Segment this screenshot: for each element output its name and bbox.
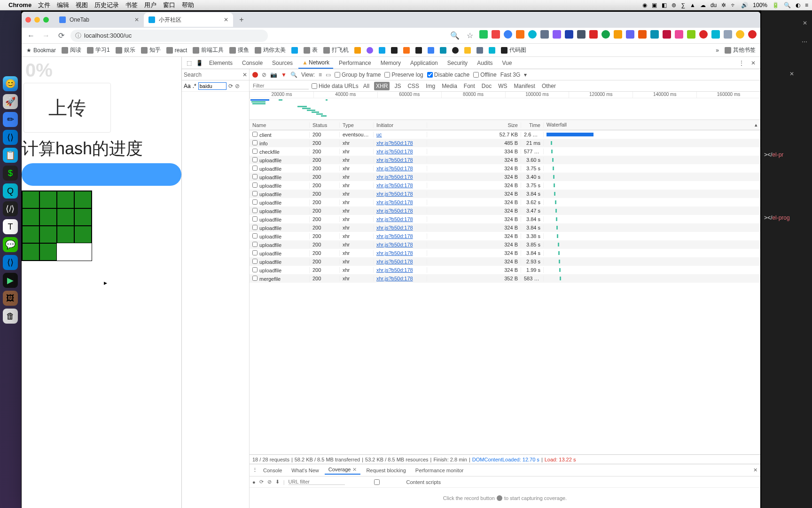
bookmark[interactable] [391, 47, 398, 54]
initiator-link[interactable]: xhr.js?b50d:178 [376, 166, 413, 171]
back-button[interactable]: ← [25, 30, 37, 41]
network-request-row[interactable]: uploadfile200xhrxhr.js?b50d:178324 B3.84… [250, 215, 760, 223]
network-request-row[interactable]: uploadfile200xhrxhr.js?b50d:178324 B3.84… [250, 190, 760, 198]
filter-input[interactable] [252, 82, 309, 89]
ext-icon[interactable] [675, 30, 683, 39]
filter-doc[interactable]: Doc [480, 82, 493, 90]
network-request-row[interactable]: uploadfile200xhrxhr.js?b50d:178324 B1.99… [250, 266, 760, 274]
initiator-link[interactable]: xhr.js?b50d:178 [376, 149, 413, 154]
row-checkbox[interactable] [252, 225, 258, 230]
dock-wechat[interactable]: 💬 [3, 237, 18, 252]
bookmark[interactable] [489, 47, 495, 54]
drawer-tab-request-blocking[interactable]: Request blocking [362, 467, 409, 474]
col-size[interactable]: Size [427, 122, 521, 128]
filter-xhr[interactable]: XHR [374, 82, 390, 90]
menu-window[interactable]: 窗口 [163, 1, 175, 9]
ext-icon[interactable] [540, 30, 549, 39]
inspect-element-icon[interactable]: ⬚ [185, 59, 193, 67]
bookmark[interactable]: 鸡你太美 [255, 46, 286, 54]
ext-icon[interactable] [577, 30, 586, 39]
menu-view[interactable]: 视图 [76, 1, 88, 9]
tab-security[interactable]: Security [444, 58, 471, 68]
disable-cache-checkbox[interactable]: Disable cache [427, 71, 469, 78]
close-drawer-icon[interactable]: ✕ [753, 467, 757, 473]
initiator-link[interactable]: xhr.js?b50d:178 [376, 267, 413, 273]
dock-app[interactable]: T [3, 219, 18, 234]
ext-icon[interactable] [724, 30, 732, 39]
tab-elements[interactable]: Elements [205, 58, 236, 68]
dock-vscode[interactable]: ⟨⟩ [3, 130, 18, 145]
initiator-link[interactable]: xhr.js?b50d:178 [376, 233, 413, 239]
row-checkbox[interactable] [252, 132, 258, 137]
bookmark[interactable] [379, 47, 385, 54]
initiator-link[interactable]: xhr.js?b50d:178 [376, 157, 413, 163]
drawer-tab-whatsnew[interactable]: What's New [288, 467, 322, 474]
bookmark[interactable]: 知乎 [141, 46, 161, 54]
filter-font[interactable]: Font [462, 82, 477, 90]
export-coverage-icon[interactable]: ⬇ [275, 479, 280, 485]
refresh-search-icon[interactable]: ⟳ [228, 83, 233, 89]
bookmark[interactable] [354, 47, 361, 54]
row-checkbox[interactable] [252, 199, 258, 205]
search-input[interactable] [198, 82, 226, 90]
network-timeline[interactable]: 20000 ms 40000 ms 60000 ms 80000 ms 1000… [250, 92, 760, 120]
col-name[interactable]: Name [250, 122, 310, 128]
bookmark[interactable] [452, 47, 459, 54]
reload-button[interactable]: ⟳ [55, 30, 67, 41]
dock-app[interactable]: 📋 [3, 148, 18, 163]
network-request-row[interactable]: uploadfile200xhrxhr.js?b50d:178324 B3.38… [250, 232, 760, 240]
dock-app[interactable]: ✏ [3, 112, 18, 127]
record-coverage-icon[interactable]: ● [252, 479, 256, 485]
filter-ws[interactable]: WS [496, 82, 509, 90]
minimize-window[interactable] [34, 17, 40, 23]
tab-performance[interactable]: Performance [335, 58, 375, 68]
network-request-row[interactable]: uploadfile200xhrxhr.js?b50d:178324 B3.75… [250, 164, 760, 173]
drawer-menu-icon[interactable]: ⋮ [252, 467, 258, 473]
bookmark[interactable] [476, 47, 483, 54]
spotlight-icon[interactable]: 🔍 [784, 2, 791, 8]
clear-coverage-icon[interactable]: ⊘ [267, 479, 272, 485]
close-icon[interactable]: ✕ [789, 71, 794, 77]
bookmark[interactable]: 娱乐 [116, 46, 135, 54]
network-request-row[interactable]: uploadfile200xhrxhr.js?b50d:178324 B3.75… [250, 181, 760, 190]
star-icon[interactable]: ☆ [464, 30, 476, 41]
drawer-tab-perf-monitor[interactable]: Performance monitor [412, 467, 468, 474]
zoom-icon[interactable]: 🔍 [449, 30, 461, 41]
dock-launchpad[interactable]: 🚀 [3, 94, 18, 109]
ext-icon[interactable] [589, 30, 598, 39]
tab-network[interactable]: ▲Network [298, 57, 333, 69]
network-request-row[interactable]: uploadfile200xhrxhr.js?b50d:178324 B2.93… [250, 257, 760, 266]
network-request-row[interactable]: checkfile200xhrxhr.js?b50d:178334 B577 m… [250, 147, 760, 156]
initiator-link[interactable]: xhr.js?b50d:178 [376, 183, 413, 188]
ext-icon[interactable] [748, 30, 757, 39]
bookmark[interactable] [415, 47, 422, 54]
initiator-link[interactable]: xhr.js?b50d:178 [376, 208, 413, 214]
network-request-row[interactable]: uploadfile200xhrxhr.js?b50d:178324 B3.85… [250, 240, 760, 249]
initiator-link[interactable]: xhr.js?b50d:178 [376, 174, 413, 180]
close-icon[interactable]: ✕ [803, 20, 807, 26]
ext-icon[interactable] [650, 30, 659, 39]
tab-audits[interactable]: Audits [473, 58, 496, 68]
col-time[interactable]: Time [521, 122, 544, 128]
menu-file[interactable]: 文件 [38, 1, 50, 9]
initiator-link[interactable]: xhr.js?b50d:178 [376, 140, 413, 146]
bookmark[interactable] [440, 47, 446, 54]
more-icon[interactable]: ⋯ [802, 39, 807, 45]
network-request-row[interactable]: mergefile200xhrxhr.js?b50d:178352 B583 m… [250, 274, 760, 283]
close-devtools-icon[interactable]: ✕ [749, 60, 757, 66]
volume-icon[interactable]: 🔊 [741, 2, 748, 8]
tab-application[interactable]: Application [406, 58, 442, 68]
ext-icon[interactable] [614, 30, 622, 39]
chevron-down-icon[interactable]: ▾ [524, 71, 527, 78]
initiator-link[interactable]: xhr.js?b50d:178 [376, 225, 413, 230]
network-request-row[interactable]: client200eventsourceuc52.7 KB2.6 min [250, 130, 760, 139]
dock-terminal[interactable]: $ [3, 166, 18, 181]
menu-people[interactable]: 用户 [144, 1, 156, 9]
hide-data-urls-checkbox[interactable]: Hide data URLs [312, 83, 359, 89]
bookmark[interactable] [291, 47, 298, 54]
bookmark[interactable]: 前端工具 [193, 46, 224, 54]
url-filter-input[interactable] [289, 479, 345, 485]
ext-icon[interactable] [663, 30, 671, 39]
profile-avatar[interactable] [736, 30, 744, 39]
row-checkbox[interactable] [252, 216, 258, 222]
